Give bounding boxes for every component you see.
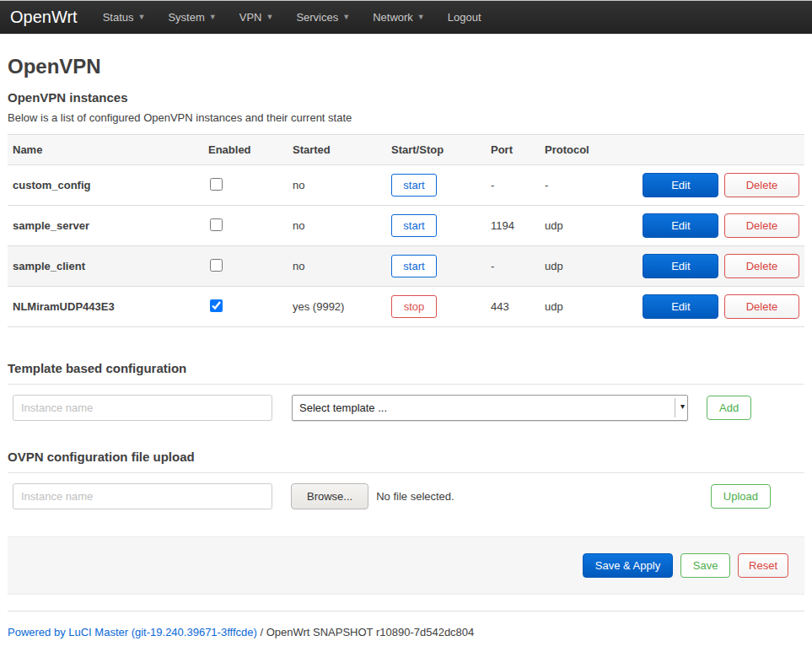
enabled-checkbox[interactable] [210, 218, 223, 231]
nav-item-status[interactable]: Status ▼ [103, 11, 146, 24]
port-value: 1194 [486, 206, 540, 246]
edit-button[interactable]: Edit [643, 294, 718, 319]
edit-button[interactable]: Edit [643, 254, 718, 278]
start-stop-button[interactable]: stop [391, 295, 437, 318]
port-value: - [486, 246, 540, 287]
protocol-value: udp [540, 287, 631, 327]
protocol-value: udp [540, 206, 631, 246]
upload-instance-name-input[interactable] [13, 483, 272, 509]
table-row: sample_client no start - udp Edit Delete [8, 246, 804, 287]
table-row: NLMiramUDP443E3 yes (9992) stop 443 udp … [8, 287, 804, 327]
template-instance-name-input[interactable] [13, 395, 272, 421]
enabled-checkbox[interactable] [210, 259, 223, 272]
file-status-text: No file selected. [376, 490, 454, 503]
caret-down-icon: ▼ [342, 13, 350, 21]
instances-section-description: Below is a list of configured OpenVPN in… [8, 111, 804, 124]
caret-down-icon: ▼ [138, 13, 146, 21]
divider [8, 384, 804, 385]
start-stop-button[interactable]: start [391, 174, 437, 197]
page-actions-bar: Save & Apply Save Reset [8, 536, 804, 595]
enabled-checkbox[interactable] [210, 178, 223, 191]
template-section-title: Template based configuration [8, 361, 804, 375]
nav-item-services[interactable]: Services ▼ [296, 11, 350, 24]
luci-version-link[interactable]: Powered by LuCI Master (git-19.240.39671… [8, 626, 257, 638]
delete-button[interactable]: Delete [724, 213, 799, 238]
page-title: OpenVPN [8, 55, 804, 78]
column-header-protocol: Protocol [540, 135, 631, 165]
top-navbar: OpenWrt Status ▼ System ▼ VPN ▼ Services… [0, 0, 812, 35]
save-apply-button[interactable]: Save & Apply [583, 553, 673, 578]
caret-down-icon: ▼ [266, 13, 273, 21]
started-status: no [288, 165, 386, 206]
instances-table: Name Enabled Started Start/Stop Port Pro… [8, 134, 804, 327]
column-header-port: Port [486, 135, 540, 165]
instances-section-title: OpenVPN instances [8, 90, 804, 105]
protocol-value: udp [540, 246, 631, 287]
openwrt-version-text: / OpenWrt SNAPSHOT r10890-7d542dc804 [257, 626, 475, 638]
template-section: Template based configuration Select temp… [8, 361, 804, 421]
instance-name: NLMiramUDP443E3 [8, 287, 203, 327]
template-select-wrap: Select template ... [292, 395, 688, 421]
instance-name: sample_server [8, 206, 203, 246]
save-button[interactable]: Save [680, 553, 731, 578]
reset-button[interactable]: Reset [738, 553, 788, 578]
table-row: sample_server no start 1194 udp Edit Del… [8, 206, 804, 246]
delete-button[interactable]: Delete [724, 254, 799, 278]
upload-section-title: OVPN configuration file upload [8, 450, 804, 464]
protocol-value: - [540, 165, 631, 206]
column-header-name: Name [8, 135, 203, 165]
nav-item-vpn[interactable]: VPN ▼ [239, 11, 274, 24]
column-header-start-stop: Start/Stop [386, 135, 486, 165]
started-status: yes (9992) [288, 287, 386, 327]
table-row: custom_config no start - - Edit Delete [8, 165, 804, 206]
footer: Powered by LuCI Master (git-19.240.39671… [8, 611, 804, 655]
column-header-enabled: Enabled [203, 135, 288, 165]
brand-openwrt[interactable]: OpenWrt [10, 8, 78, 27]
start-stop-button[interactable]: start [391, 214, 437, 237]
edit-button[interactable]: Edit [643, 213, 718, 238]
start-stop-button[interactable]: start [391, 255, 437, 277]
delete-button[interactable]: Delete [724, 294, 799, 319]
instance-name: sample_client [8, 246, 203, 287]
port-value: 443 [486, 287, 540, 327]
divider [8, 472, 804, 473]
upload-button[interactable]: Upload [711, 484, 771, 509]
template-select[interactable]: Select template ... [292, 395, 688, 421]
delete-button[interactable]: Delete [724, 173, 799, 197]
started-status: no [288, 246, 386, 287]
nav-menu: Status ▼ System ▼ VPN ▼ Services ▼ Netwo… [103, 11, 504, 24]
edit-button[interactable]: Edit [643, 173, 718, 197]
nav-item-logout[interactable]: Logout [448, 11, 481, 24]
started-status: no [288, 206, 386, 246]
caret-down-icon: ▼ [209, 13, 217, 21]
add-button[interactable]: Add [707, 396, 751, 420]
enabled-checkbox[interactable] [210, 299, 223, 312]
caret-down-icon: ▼ [417, 13, 425, 21]
table-header-row: Name Enabled Started Start/Stop Port Pro… [8, 135, 804, 165]
nav-item-system[interactable]: System ▼ [168, 11, 216, 24]
nav-item-network[interactable]: Network ▼ [373, 11, 425, 24]
column-header-started: Started [288, 135, 386, 165]
browse-button[interactable]: Browse... [291, 483, 368, 509]
instance-name: custom_config [8, 165, 203, 206]
upload-section: OVPN configuration file upload Browse...… [8, 450, 804, 509]
port-value: - [486, 165, 540, 206]
